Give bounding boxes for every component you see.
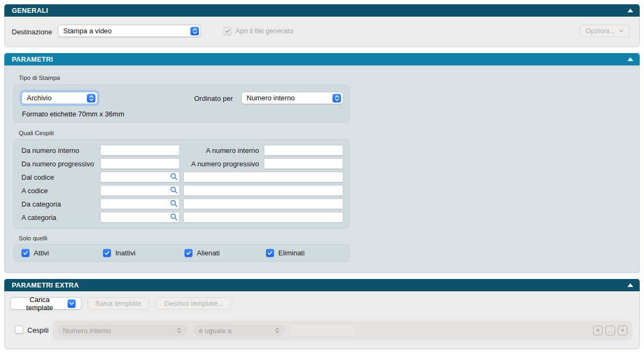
cespiti-label: Cespiti — [27, 326, 49, 334]
chevron-down-icon — [619, 30, 624, 33]
collapse-arrow-icon[interactable] — [627, 57, 633, 61]
a-numero-interno-input[interactable] — [264, 145, 343, 156]
eliminati-label: Eliminati — [278, 249, 305, 257]
solo-quelli-groupbox: Attivi Inattivi Alienati Eliminati — [13, 244, 350, 262]
generali-panel: Destinazione Stampa a video Apri il file… — [4, 17, 640, 47]
destinazione-label: Destinazione — [12, 28, 52, 36]
select-stepper-icon — [177, 327, 181, 334]
carica-template-label: Carica template — [16, 296, 63, 312]
apri-file-checkbox[interactable] — [224, 27, 232, 35]
collapse-arrow-icon[interactable] — [627, 283, 633, 287]
attivi-checkbox[interactable] — [21, 249, 29, 257]
filter-field-select[interactable]: Numero interno — [57, 325, 187, 336]
inattivi-checkbox[interactable] — [103, 249, 111, 257]
apri-file-label: Apri il file generato — [235, 27, 293, 35]
filter-value-input[interactable] — [290, 325, 354, 336]
print-dialog: GENERALI Destinazione Stampa a video Apr… — [4, 4, 640, 353]
generali-title: GENERALI — [12, 7, 48, 14]
da-categoria-input[interactable] — [100, 198, 180, 209]
filter-field-value: Numero interno — [63, 327, 177, 335]
generali-header: GENERALI — [4, 4, 640, 17]
alienati-checkbox-group: Alienati — [184, 249, 266, 257]
row-label: Dal codice — [21, 173, 54, 181]
a-numero-progressivo-input[interactable] — [264, 158, 343, 169]
da-numero-progressivo-input[interactable] — [100, 158, 180, 169]
parametri-extra-panel: Carica template Salva template Gestisci … — [4, 291, 640, 349]
quali-row-da-categoria: Da categoria — [21, 198, 349, 211]
formato-etichette-text: Formato etichette 70mm x 36mm — [22, 110, 124, 118]
filter-row-buttons: × ... + — [593, 326, 627, 335]
parametri-title: PARAMETRI — [12, 56, 53, 63]
carica-template-button[interactable]: Carica template — [10, 297, 82, 310]
row-label: Da numero progressivo — [21, 160, 94, 168]
gestisci-template-label: Gestisci template... — [164, 299, 224, 307]
chevron-down-icon — [68, 299, 76, 308]
parametri-header: PARAMETRI — [4, 53, 640, 65]
check-icon — [104, 250, 110, 256]
filter-operator-select[interactable]: è uguale a — [194, 325, 285, 336]
da-categoria-descrizione-input[interactable] — [183, 198, 343, 209]
select-stepper-icon — [332, 94, 341, 102]
select-stepper-icon — [87, 94, 95, 102]
quali-row-da-numero-interno: Da numero interno A numero interno — [21, 144, 349, 158]
quali-cespiti-groupbox: Da numero interno A numero interno Da nu… — [13, 139, 350, 229]
dal-codice-input[interactable] — [100, 172, 180, 182]
inattivi-label: Inattivi — [115, 249, 136, 257]
section-generali: GENERALI Destinazione Stampa a video Apr… — [4, 4, 640, 47]
ordinato-per-select-value: Numero interno — [247, 94, 332, 102]
search-icon — [170, 200, 178, 208]
quali-row-dal-codice: Dal codice — [21, 171, 349, 185]
ordinato-per-label: Ordinato per — [194, 94, 233, 102]
da-numero-interno-input[interactable] — [100, 145, 180, 156]
a-codice-descrizione-input[interactable] — [183, 185, 343, 196]
row-label: A categoria — [21, 214, 56, 222]
section-parametri: PARAMETRI Tipo di Stampa Archivio Ordina… — [4, 53, 640, 273]
more-options-button[interactable]: ... — [605, 326, 615, 335]
search-icon — [170, 186, 178, 194]
alienati-label: Alienati — [197, 249, 220, 257]
attivi-checkbox-group: Attivi — [21, 249, 103, 257]
tipo-stampa-caption: Tipo di Stampa — [19, 75, 60, 81]
quali-row-da-numero-progressivo: Da numero progressivo A numero progressi… — [21, 158, 349, 171]
row-label-2: A numero interno — [182, 146, 259, 155]
inattivi-checkbox-group: Inattivi — [103, 249, 184, 257]
gestisci-template-button[interactable]: Gestisci template... — [156, 297, 232, 310]
select-stepper-icon — [190, 27, 199, 35]
add-filter-button[interactable]: + — [618, 326, 627, 335]
ordinato-per-select[interactable]: Numero interno — [241, 92, 343, 104]
destinazione-select-value: Stampa a video — [63, 27, 190, 35]
row-label: Da categoria — [21, 200, 61, 208]
eliminati-checkbox-group: Eliminati — [266, 249, 347, 257]
select-stepper-icon — [275, 327, 279, 334]
tipo-stampa-select-value: Archivio — [27, 94, 87, 102]
check-icon — [23, 250, 28, 256]
quali-row-a-codice: A codice — [21, 185, 349, 198]
attivi-label: Attivi — [34, 249, 49, 257]
parametri-extra-title: PARAMETRI EXTRA — [12, 282, 79, 289]
cespiti-checkbox[interactable] — [15, 326, 23, 334]
remove-filter-button[interactable]: × — [593, 326, 603, 335]
check-icon — [267, 250, 273, 256]
check-icon — [225, 28, 231, 34]
eliminati-checkbox[interactable] — [266, 249, 274, 257]
a-categoria-input[interactable] — [100, 212, 180, 223]
apri-file-checkbox-group: Apri il file generato — [224, 27, 293, 35]
opzioni-button[interactable]: Opzioni... — [580, 25, 630, 37]
row-label-2: A numero progressivo — [182, 160, 259, 168]
salva-template-label: Salva template — [95, 299, 142, 307]
salva-template-button[interactable]: Salva template — [87, 297, 149, 310]
row-label: Da numero interno — [21, 146, 79, 155]
search-icon — [170, 173, 178, 181]
a-codice-input[interactable] — [100, 185, 180, 196]
collapse-arrow-icon[interactable] — [627, 9, 633, 12]
search-icon — [170, 213, 178, 221]
dal-codice-descrizione-input[interactable] — [183, 172, 343, 182]
cespiti-filter-row: Numero interno è uguale a × ... + — [53, 321, 632, 340]
a-categoria-descrizione-input[interactable] — [183, 212, 343, 223]
alienati-checkbox[interactable] — [184, 249, 193, 257]
tipo-stampa-select[interactable]: Archivio — [21, 92, 98, 104]
opzioni-button-label: Opzioni... — [586, 27, 615, 35]
tipo-stampa-groupbox: Archivio Ordinato per Numero interno For… — [13, 85, 350, 123]
destinazione-select[interactable]: Stampa a video — [58, 25, 201, 37]
parametri-panel: Tipo di Stampa Archivio Ordinato per Num… — [4, 65, 640, 273]
